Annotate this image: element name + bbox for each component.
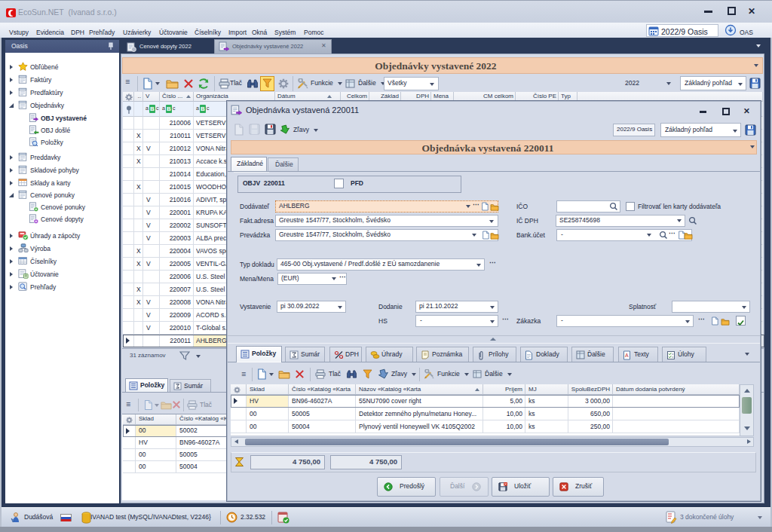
svg-text:A: A: [625, 353, 629, 358]
